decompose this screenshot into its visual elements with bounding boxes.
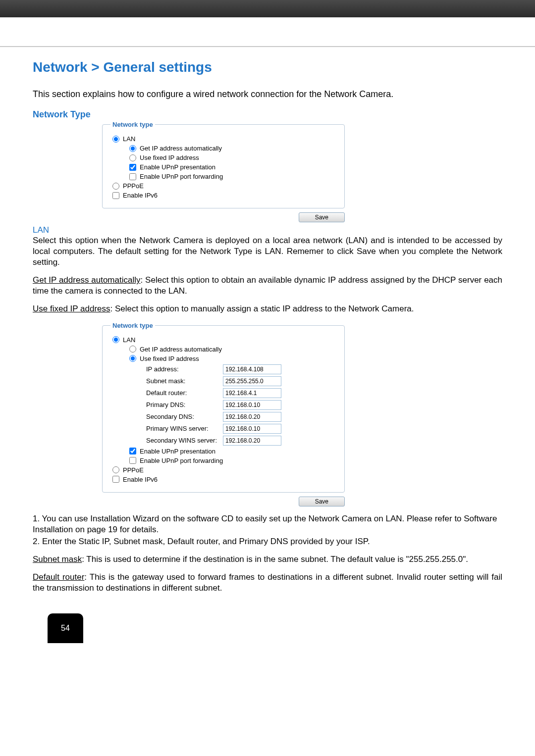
upnp-portfwd-checkbox[interactable] [129,173,136,180]
auto-ip-row: Get IP address automatically [129,145,336,152]
secondary-dns-label: Secondary DNS: [146,413,223,420]
auto-ip-term: Get IP address automatically [33,275,141,285]
lan-option-row-2: LAN [112,336,336,344]
lan-label-2: LAN [123,336,135,344]
lan-radio-2[interactable] [112,336,119,343]
page-title: Network > General settings [33,59,502,75]
default-router-row: Default router: [146,388,336,398]
network-type-fieldset-2: Network type LAN Get IP address automati… [102,322,345,493]
subnet-mask-input[interactable] [223,376,281,386]
fixed-ip-paragraph: Use fixed IP address: Select this option… [33,303,502,314]
page-number: 54 [61,624,70,633]
primary-wins-label: Primary WINS server: [146,425,223,432]
upnp-portfwd-checkbox-2[interactable] [129,457,136,464]
ip-address-row: IP address: [146,364,336,374]
fixed-ip-label: Use fixed IP address [140,154,199,161]
pppoe-label-2: PPPoE [123,466,144,474]
ip-address-input[interactable] [223,364,281,374]
upnp-presentation-checkbox-2[interactable] [129,448,136,454]
network-type-panel-2: Network type LAN Get IP address automati… [102,322,502,493]
pppoe-label: PPPoE [123,182,144,190]
save-row-2: Save [102,497,345,506]
upnp-portfwd-label: Enable UPnP port forwarding [140,173,223,180]
fixed-ip-term: Use fixed IP address [33,304,110,313]
upnp-presentation-checkbox[interactable] [129,164,136,171]
primary-wins-input[interactable] [223,424,281,434]
auto-ip-label-2: Get IP address automatically [140,346,222,353]
intro-text: This section explains how to configure a… [33,89,502,100]
fieldset-legend: Network type [110,121,155,128]
list-item-1: 1. You can use Installation Wizard on th… [33,513,502,535]
header-white [0,17,535,47]
fixed-ip-row: Use fixed IP address [129,154,336,161]
pppoe-radio-2[interactable] [112,466,119,473]
router-desc: : This is the gateway used to forward fr… [33,572,502,593]
ipv6-row: Enable IPv6 [112,192,336,199]
lan-heading: LAN [33,225,502,235]
lan-paragraph-text: Select this option when the Network Came… [33,236,502,267]
page-content: Network > General settings This section … [0,47,535,653]
pppoe-radio[interactable] [112,183,119,190]
fieldset-legend-2: Network type [110,322,155,329]
subnet-mask-row: Subnet mask: [146,376,336,386]
auto-ip-label: Get IP address automatically [140,145,222,152]
upnp-portfwd-row-2: Enable UPnP port forwarding [129,457,336,464]
primary-dns-input[interactable] [223,400,281,410]
pppoe-row: PPPoE [112,182,336,190]
fixed-ip-label-2: Use fixed IP address [140,355,199,362]
ipv6-row-2: Enable IPv6 [112,476,336,483]
save-row-1: Save [102,212,345,222]
ipv6-label: Enable IPv6 [123,192,158,199]
ipv6-checkbox-2[interactable] [112,476,119,483]
auto-ip-paragraph: Get IP address automatically: Select thi… [33,275,502,297]
primary-wins-row: Primary WINS server: [146,424,336,434]
lan-option-row: LAN [112,135,336,143]
page-number-tab: 54 [48,613,83,643]
pppoe-row-2: PPPoE [112,466,336,474]
secondary-wins-label: Secondary WINS server: [146,437,223,444]
fixed-ip-radio[interactable] [129,154,136,161]
fixed-ip-radio-2[interactable] [129,355,136,362]
upnp-portfwd-row: Enable UPnP port forwarding [129,173,336,180]
list-item-2: 2. Enter the Static IP, Subnet mask, Def… [33,536,502,547]
secondary-wins-input[interactable] [223,436,281,446]
section-network-type: Network Type [33,109,502,120]
subnet-term: Subnet mask [33,554,82,564]
upnp-presentation-label-2: Enable UPnP presentation [140,448,215,455]
auto-ip-radio-2[interactable] [129,346,136,353]
router-paragraph: Default router: This is the gateway used… [33,572,502,594]
auto-ip-row-2: Get IP address automatically [129,346,336,353]
primary-dns-row: Primary DNS: [146,400,336,410]
subnet-paragraph: Subnet mask: This is used to determine i… [33,554,502,565]
secondary-dns-input[interactable] [223,412,281,422]
network-type-fieldset-1: Network type LAN Get IP address automati… [102,121,345,208]
fixed-ip-desc: : Select this option to manually assign … [110,304,414,313]
fixed-ip-row-2: Use fixed IP address [129,355,336,362]
upnp-presentation-label: Enable UPnP presentation [140,163,215,171]
primary-dns-label: Primary DNS: [146,401,223,408]
auto-ip-radio[interactable] [129,145,136,152]
lan-paragraph: Select this option when the Network Came… [33,235,502,268]
secondary-wins-row: Secondary WINS server: [146,436,336,446]
ip-address-label: IP address: [146,365,223,373]
default-router-label: Default router: [146,389,223,397]
network-type-panel-1: Network type LAN Get IP address automati… [102,121,502,208]
upnp-presentation-row-2: Enable UPnP presentation [129,448,336,455]
subnet-mask-label: Subnet mask: [146,377,223,385]
save-button[interactable]: Save [299,212,345,222]
secondary-dns-row: Secondary DNS: [146,412,336,422]
upnp-portfwd-label-2: Enable UPnP port forwarding [140,457,223,464]
lan-radio[interactable] [112,136,119,143]
upnp-presentation-row: Enable UPnP presentation [129,163,336,171]
header-bar [0,0,535,17]
ipv6-checkbox[interactable] [112,192,119,199]
router-term: Default router [33,572,84,582]
default-router-input[interactable] [223,388,281,398]
save-button-2[interactable]: Save [299,497,345,506]
ipv6-label-2: Enable IPv6 [123,476,158,483]
subnet-desc: : This is used to determine if the desti… [82,554,468,564]
lan-label: LAN [123,135,135,143]
